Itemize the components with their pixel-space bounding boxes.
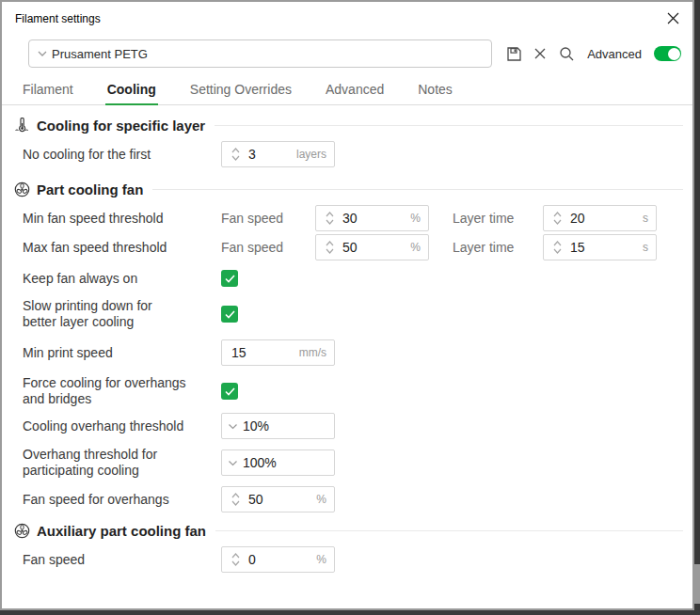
filament-settings-window: Filament settings Prusament PETG xyxy=(0,0,694,610)
sub-label-layer-time: Layer time xyxy=(453,240,543,255)
row-aux-fan-speed: Fan speed 0 % xyxy=(23,546,692,573)
field-value[interactable]: 50 xyxy=(244,492,316,507)
keep-fan-always-on-checkbox[interactable] xyxy=(221,270,238,287)
preset-bar: Prusament PETG Advance xyxy=(28,39,681,68)
tab-cooling[interactable]: Cooling xyxy=(105,79,158,105)
field-value[interactable]: 15 xyxy=(222,345,299,360)
sub-label-layer-time: Layer time xyxy=(453,211,543,226)
sub-label-fan-speed: Fan speed xyxy=(221,240,315,255)
field-unit: s xyxy=(643,212,656,225)
chevron-down-icon xyxy=(37,50,48,57)
sub-label-fan-speed: Fan speed xyxy=(221,211,315,226)
spinner-arrows-icon[interactable] xyxy=(549,241,565,254)
tab-setting-overrides[interactable]: Setting Overrides xyxy=(188,79,294,104)
spinner-arrows-icon[interactable] xyxy=(549,212,565,225)
field-unit: s xyxy=(643,241,656,254)
field-unit: layers xyxy=(296,148,334,161)
advanced-mode-label: Advanced xyxy=(587,47,642,61)
section-cooling-specific-layer: Cooling for specific layer xyxy=(13,117,683,134)
setting-label: Force cooling for overhangs and bridges xyxy=(23,375,221,407)
tab-notes[interactable]: Notes xyxy=(416,79,454,104)
search-icon xyxy=(559,46,575,62)
row-fan-speed-overhangs: Fan speed for overhangs 50 % xyxy=(23,486,692,512)
spinner-arrows-icon[interactable] xyxy=(227,493,244,506)
spinner-arrows-icon[interactable] xyxy=(227,553,244,566)
checkmark-icon xyxy=(225,275,235,283)
window-title: Filament settings xyxy=(15,12,101,25)
section-divider xyxy=(152,189,683,190)
row-force-cooling: Force cooling for overhangs and bridges xyxy=(23,375,692,407)
row-max-fan-speed-threshold: Max fan speed threshold Fan speed 50 % L… xyxy=(23,234,692,260)
section-divider xyxy=(215,530,683,531)
setting-label: Min print speed xyxy=(23,345,221,361)
titlebar: Filament settings xyxy=(2,2,692,32)
setting-label: Keep fan always on xyxy=(23,271,221,287)
row-slow-printing-down: Slow printing down for better layer cool… xyxy=(23,298,692,330)
field-value[interactable]: 50 xyxy=(338,240,410,255)
row-min-fan-speed-threshold: Min fan speed threshold Fan speed 30 % L… xyxy=(23,205,692,231)
settings-tabs: Filament Cooling Setting Overrides Advan… xyxy=(2,79,692,105)
background-scrollbar-thumb xyxy=(694,564,700,604)
field-unit: mm/s xyxy=(299,346,334,359)
no-cooling-layers-spinner[interactable]: 3 layers xyxy=(221,141,335,167)
search-button[interactable] xyxy=(557,44,576,63)
field-unit: % xyxy=(316,493,334,506)
chevron-down-icon xyxy=(228,460,238,466)
slow-printing-checkbox[interactable] xyxy=(221,306,238,323)
close-button[interactable] xyxy=(664,9,681,26)
aux-fan-speed-spinner[interactable]: 0 % xyxy=(221,546,335,573)
close-icon xyxy=(667,12,679,24)
advanced-mode-toggle[interactable] xyxy=(654,46,681,61)
cooling-overhang-threshold-dropdown[interactable]: 10% xyxy=(221,413,335,439)
toggle-knob xyxy=(668,48,680,60)
min-print-speed-input[interactable]: 15 mm/s xyxy=(221,339,335,366)
field-unit: % xyxy=(316,553,334,566)
section-title: Cooling for specific layer xyxy=(37,118,205,134)
checkmark-icon xyxy=(225,387,235,396)
delete-preset-button[interactable] xyxy=(531,44,549,63)
section-part-cooling-fan: Part cooling fan xyxy=(13,181,683,197)
row-cooling-overhang-threshold: Cooling overhang threshold 10% xyxy=(23,413,692,439)
chevron-down-icon xyxy=(228,423,238,430)
force-cooling-checkbox[interactable] xyxy=(221,383,238,400)
field-value[interactable]: 3 xyxy=(244,147,296,162)
setting-label: Overhang threshold for participating coo… xyxy=(23,447,221,479)
section-title: Auxiliary part cooling fan xyxy=(37,523,206,539)
row-keep-fan-always-on: Keep fan always on xyxy=(23,270,692,287)
max-fan-speed-spinner[interactable]: 50 % xyxy=(315,234,429,260)
field-value[interactable]: 20 xyxy=(565,211,643,226)
fan-icon xyxy=(13,522,30,539)
checkmark-icon xyxy=(225,310,235,319)
field-value[interactable]: 30 xyxy=(338,211,410,226)
fan-icon xyxy=(13,181,30,197)
tab-advanced[interactable]: Advanced xyxy=(324,79,386,104)
fan-speed-overhangs-spinner[interactable]: 50 % xyxy=(221,486,335,512)
preset-toolbar: Advanced xyxy=(504,44,681,63)
save-preset-button[interactable] xyxy=(504,44,523,63)
field-value: 100% xyxy=(238,455,334,470)
spinner-arrows-icon[interactable] xyxy=(321,212,338,225)
setting-label: Max fan speed threshold xyxy=(23,240,221,256)
overhang-participating-dropdown[interactable]: 100% xyxy=(221,449,335,476)
spinner-arrows-icon[interactable] xyxy=(321,241,338,254)
preset-combobox[interactable]: Prusament PETG xyxy=(28,39,492,68)
max-layer-time-spinner[interactable]: 15 s xyxy=(543,234,657,260)
field-value[interactable]: 15 xyxy=(565,240,643,255)
field-unit: % xyxy=(410,241,428,254)
save-icon xyxy=(506,46,522,62)
min-layer-time-spinner[interactable]: 20 s xyxy=(543,205,657,231)
delete-x-icon xyxy=(533,47,547,60)
setting-label: Min fan speed threshold xyxy=(23,211,221,227)
preset-name: Prusament PETG xyxy=(52,47,148,61)
tab-filament[interactable]: Filament xyxy=(21,79,75,104)
setting-label: Cooling overhang threshold xyxy=(23,418,221,434)
field-value[interactable]: 0 xyxy=(244,552,316,567)
section-auxiliary-fan: Auxiliary part cooling fan xyxy=(13,522,683,539)
spinner-arrows-icon[interactable] xyxy=(227,148,244,161)
row-overhang-participating: Overhang threshold for participating coo… xyxy=(23,447,692,479)
setting-label: Slow printing down for better layer cool… xyxy=(23,298,221,330)
min-fan-speed-spinner[interactable]: 30 % xyxy=(315,205,429,231)
section-divider xyxy=(215,125,683,126)
row-no-cooling-first: No cooling for the first 3 layers xyxy=(23,141,692,167)
field-value: 10% xyxy=(238,418,334,434)
